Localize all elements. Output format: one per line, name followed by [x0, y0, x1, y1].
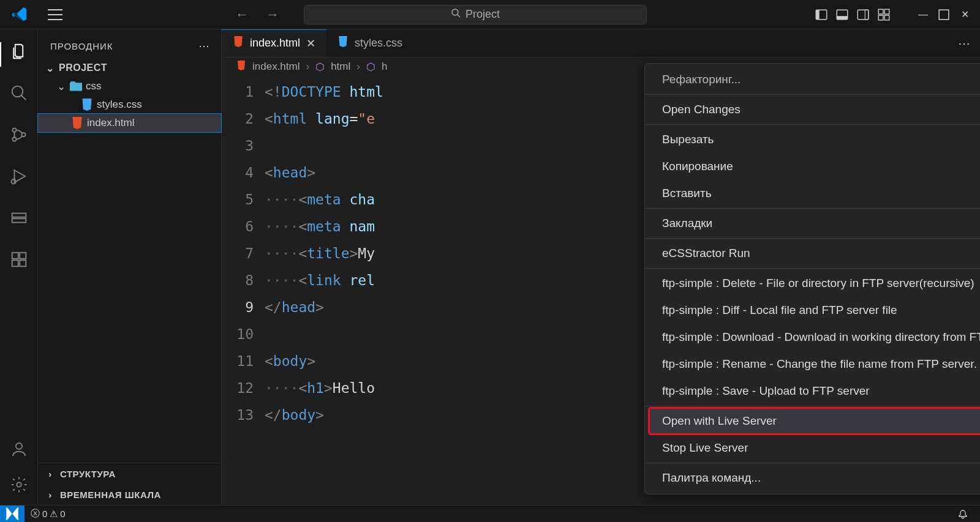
- file-index-html[interactable]: index.html: [38, 114, 221, 132]
- minimize-button[interactable]: —: [916, 8, 930, 21]
- context-menu: Рефакторинг...CTRL+SHIFT+R Open Changes›…: [644, 63, 980, 494]
- folder-icon: [70, 81, 82, 91]
- editor-more-icon[interactable]: ⋯: [948, 29, 980, 57]
- folder-css[interactable]: ⌄ css: [38, 77, 221, 95]
- warning-icon: ⚠: [50, 509, 58, 520]
- search-icon: [451, 8, 461, 21]
- menu-item-ftp-download[interactable]: ftp-simple : Download - Download in work…: [645, 324, 980, 351]
- chevron-right-icon: ›: [306, 61, 309, 73]
- svg-rect-9: [884, 9, 889, 14]
- chevron-right-icon: ›: [45, 469, 55, 479]
- chevron-right-icon: ›: [356, 61, 360, 73]
- folder-label: css: [86, 80, 102, 92]
- svg-point-0: [452, 9, 458, 15]
- layout-panel-icon[interactable]: [835, 8, 849, 21]
- remote-indicator[interactable]: [0, 505, 24, 522]
- nav-back-button[interactable]: ←: [230, 4, 254, 25]
- extensions-icon[interactable]: [10, 250, 28, 269]
- svg-point-17: [21, 133, 25, 136]
- layout-sidebar-left-icon[interactable]: [815, 8, 828, 21]
- chevron-right-icon: ›: [45, 490, 55, 500]
- svg-rect-3: [816, 10, 820, 19]
- nav-forward-button[interactable]: →: [261, 4, 284, 25]
- status-bar: ⓧ0 ⚠0: [0, 505, 980, 522]
- svg-rect-22: [20, 253, 26, 259]
- command-center-search[interactable]: Project: [304, 5, 647, 24]
- sidebar-more-icon[interactable]: ⋯: [198, 39, 210, 53]
- cube-icon: ⬡: [366, 61, 375, 73]
- tab-index-html[interactable]: index.html ✕: [222, 29, 326, 57]
- timeline-label: ВРЕМЕННАЯ ШКАЛА: [60, 490, 161, 500]
- outline-section[interactable]: ›СТРУКТУРА: [38, 463, 221, 484]
- file-label: index.html: [87, 117, 134, 129]
- timeline-section[interactable]: ›ВРЕМЕННАЯ ШКАЛА: [38, 484, 221, 505]
- editor-tabs: index.html ✕ styles.css ⋯: [222, 29, 980, 58]
- menu-item-open-changes[interactable]: Open Changes›: [645, 96, 980, 123]
- chevron-down-icon: ⌄: [56, 80, 66, 93]
- status-errors[interactable]: ⓧ0 ⚠0: [24, 508, 72, 520]
- menu-item-paste[interactable]: ВставитьCTRL+V: [645, 180, 980, 207]
- breadcrumb-file: index.html: [252, 61, 300, 73]
- svg-rect-6: [858, 10, 869, 19]
- menu-item-command-palette[interactable]: Палитра команд...CTRL+SHIFT+P: [645, 464, 980, 491]
- menu-item-refactor[interactable]: Рефакторинг...CTRL+SHIFT+R: [645, 66, 980, 93]
- svg-rect-11: [884, 15, 889, 20]
- accounts-icon[interactable]: [10, 440, 28, 458]
- sidebar-title: ПРОВОДНИК: [50, 41, 113, 51]
- menu-item-ftp-rename[interactable]: ftp-simple : Rename - Change the file na…: [645, 351, 980, 378]
- source-control-icon[interactable]: [10, 125, 28, 144]
- svg-rect-20: [12, 260, 18, 266]
- status-notifications-icon[interactable]: [952, 509, 974, 519]
- project-name: PROJECT: [59, 62, 107, 73]
- svg-rect-7: [865, 10, 869, 19]
- svg-rect-12: [939, 10, 949, 20]
- line-numbers: 12345678910111213: [222, 78, 265, 505]
- menu-item-ecsstractor[interactable]: eCSStractor RunCTRL+ALT+2: [645, 240, 980, 267]
- run-debug-icon[interactable]: [10, 167, 28, 185]
- chevron-down-icon: ⌄: [45, 62, 55, 74]
- outline-label: СТРУКТУРА: [60, 469, 116, 479]
- svg-point-23: [16, 443, 22, 449]
- settings-gear-icon[interactable]: [10, 475, 28, 494]
- error-icon: ⓧ: [31, 508, 40, 520]
- project-root[interactable]: ⌄ PROJECT: [38, 59, 221, 77]
- html-file-icon: [71, 117, 83, 129]
- menu-item-ftp-delete[interactable]: ftp-simple : Delete - File or directory …: [645, 270, 980, 297]
- hamburger-menu-icon[interactable]: [48, 9, 62, 20]
- activity-bar: [0, 29, 38, 505]
- explorer-sidebar: ПРОВОДНИК ⋯ ⌄ PROJECT ⌄ css styles.css i…: [38, 29, 222, 505]
- tab-label: styles.css: [355, 37, 402, 50]
- file-styles-css[interactable]: styles.css: [38, 95, 221, 114]
- menu-item-ftp-diff[interactable]: ftp-simple : Diff - Local file and FTP s…: [645, 297, 980, 324]
- css-file-icon: [337, 36, 349, 50]
- menu-item-bookmarks[interactable]: Закладки›: [645, 210, 980, 237]
- svg-rect-21: [20, 260, 26, 266]
- svg-rect-10: [878, 15, 883, 20]
- maximize-button[interactable]: [937, 8, 951, 21]
- layout-sidebar-right-icon[interactable]: [856, 8, 870, 21]
- menu-item-copy[interactable]: КопированиеCTRL+C: [645, 153, 980, 180]
- explorer-icon[interactable]: [10, 42, 28, 61]
- svg-rect-19: [12, 253, 18, 259]
- search-text: Project: [466, 8, 500, 21]
- title-bar: ← → Project — ✕: [0, 0, 980, 29]
- svg-rect-5: [837, 16, 848, 20]
- menu-item-open-live-server[interactable]: Open with Live ServerALT+L ALT+O: [649, 408, 980, 434]
- tab-styles-css[interactable]: styles.css: [326, 29, 413, 57]
- close-icon[interactable]: ✕: [306, 37, 315, 50]
- remote-explorer-icon[interactable]: [10, 209, 28, 227]
- css-file-icon: [81, 99, 93, 111]
- svg-point-15: [12, 128, 16, 132]
- html-file-icon: [236, 61, 246, 73]
- menu-item-cut[interactable]: ВырезатьCTRL+X: [645, 126, 980, 153]
- file-label: styles.css: [97, 99, 142, 111]
- customize-layout-icon[interactable]: [877, 8, 891, 21]
- breadcrumb-item: html: [331, 61, 350, 73]
- close-button[interactable]: ✕: [958, 8, 971, 21]
- search-activity-icon[interactable]: [10, 84, 28, 102]
- editor-area: index.html ✕ styles.css ⋯ index.html › ⬡…: [222, 29, 980, 505]
- menu-item-ftp-save[interactable]: ftp-simple : Save - Upload to FTP server…: [645, 378, 980, 405]
- breadcrumb-item: h: [382, 61, 387, 73]
- tab-label: index.html: [250, 37, 300, 50]
- menu-item-stop-live-server[interactable]: Stop Live ServerALT+L ALT+C: [645, 434, 980, 461]
